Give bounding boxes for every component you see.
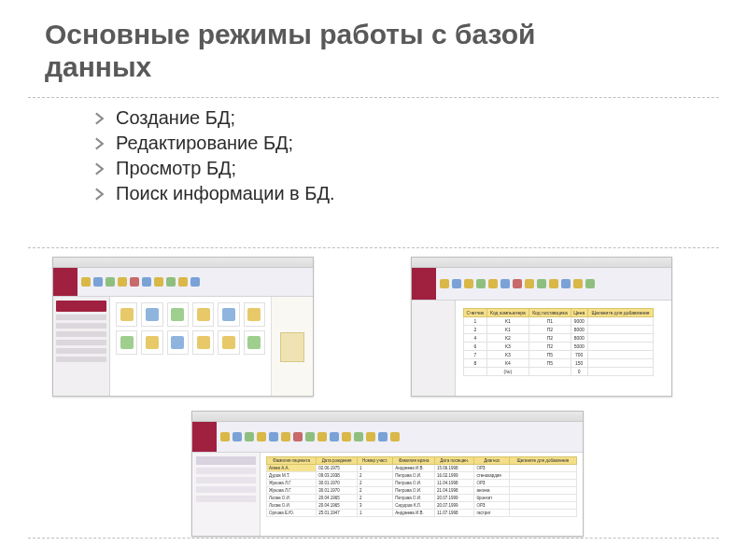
- file-tab: [192, 422, 217, 452]
- title-line-2: данных: [45, 51, 151, 82]
- bullet-list: Создание БД; Редактирование БД; Просмотр…: [93, 107, 335, 208]
- ribbon-icons: [436, 268, 671, 300]
- bullet-text: Поиск информации в БД.: [116, 183, 335, 204]
- file-tab: [53, 268, 78, 296]
- chevron-right-icon: [93, 112, 106, 125]
- col-header: Номер участ.: [358, 457, 393, 465]
- ribbon: [192, 422, 583, 453]
- col-header: Фамилия пациента: [267, 457, 317, 465]
- col-header: Дата посещен.: [434, 457, 474, 465]
- nav-item: [196, 477, 256, 483]
- data-table: Счетчик Код компьютера Код поставщика Це…: [463, 308, 654, 376]
- title-line-1: Основные режимы работы с базой: [45, 19, 535, 49]
- ribbon-icons: [78, 268, 313, 296]
- preview-pane: [271, 297, 313, 397]
- nav-item: [196, 468, 256, 474]
- col-header: Дата рождения: [317, 457, 358, 465]
- screenshot-datasheet-wide: Фамилия пациента Дата рождения Номер уча…: [191, 411, 584, 537]
- navigation-pane: [192, 453, 261, 537]
- window-titlebar: [192, 412, 583, 422]
- bullet-item: Создание БД;: [93, 107, 335, 129]
- ribbon-icons: [217, 422, 583, 452]
- nav-item: [196, 496, 256, 502]
- navigation-pane: [412, 301, 456, 397]
- col-header: Код компьютера: [486, 309, 529, 317]
- col-header: Код поставщика: [529, 309, 571, 317]
- col-header: Цена: [571, 309, 587, 317]
- screenshot-datasheet-small: Счетчик Код компьютера Код поставщика Це…: [411, 257, 672, 397]
- bullet-item: Редактирование БД;: [93, 133, 335, 154]
- data-table: Фамилия пациента Дата рождения Номер уча…: [266, 456, 577, 517]
- slide-title: Основные режимы работы с базой данных: [45, 19, 642, 83]
- chevron-right-icon: [93, 162, 106, 175]
- file-tab: [412, 268, 436, 300]
- window-titlebar: [53, 258, 313, 268]
- col-header: Фамилия врача: [393, 457, 435, 465]
- ribbon: [412, 268, 671, 301]
- bullet-item: Просмотр БД;: [93, 158, 335, 179]
- screenshot-create-db: [52, 257, 314, 397]
- backstage-nav: [53, 297, 110, 397]
- divider-middle: [28, 247, 719, 248]
- template-gallery: [110, 297, 271, 397]
- slide: Основные режимы работы с базой данных Со…: [0, 0, 747, 560]
- divider-bottom: [28, 538, 719, 539]
- chevron-right-icon: [93, 137, 106, 150]
- col-header: Диагноз: [474, 457, 509, 465]
- window-titlebar: [412, 258, 671, 268]
- bullet-text: Просмотр БД;: [116, 158, 236, 179]
- ribbon: [53, 268, 313, 297]
- datasheet: Счетчик Код компьютера Код поставщика Це…: [456, 301, 671, 397]
- col-header: Счетчик: [464, 309, 487, 317]
- datasheet: Фамилия пациента Дата рождения Номер уча…: [261, 453, 583, 537]
- bullet-text: Редактирование БД;: [116, 133, 293, 154]
- chevron-right-icon: [93, 188, 106, 201]
- col-header: Щелкните для добавления: [509, 457, 576, 465]
- divider-top: [28, 97, 719, 98]
- bullet-item: Поиск информации в БД.: [93, 183, 335, 204]
- col-header: Щелкните для добавления: [587, 309, 654, 317]
- nav-header: [196, 456, 256, 465]
- bullet-text: Создание БД;: [116, 107, 235, 129]
- nav-item: [196, 486, 256, 493]
